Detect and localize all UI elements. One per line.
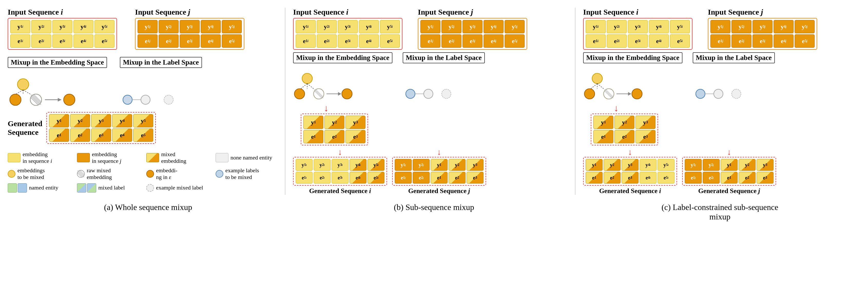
gen-e3: e3: [91, 129, 111, 142]
c-gen-e3: e3: [636, 130, 655, 143]
c-gen-i-y5: y5i: [657, 159, 675, 171]
cell-ei3: e3i: [52, 34, 72, 48]
legend-swatch-mixed: [146, 153, 159, 162]
input-seq-j: Input Sequence j y1j y2j y3j y4j y5j e1j…: [135, 8, 244, 50]
gen-y1: y1: [49, 114, 69, 127]
b-gen-j-col: ↓ y1j y2j y1 y2 y3 e1j e2j e1 e2 e3: [392, 147, 486, 195]
cell-yi4: y4i: [73, 20, 93, 33]
svg-point-14: [64, 94, 75, 105]
svg-point-59: [732, 89, 741, 98]
b-gen-top-y: y1 y2 y3: [303, 115, 366, 129]
b-cell-ei3: e3i: [338, 34, 358, 48]
c-gen-i-e1: e1: [586, 172, 602, 183]
svg-point-56: [696, 89, 705, 98]
b-gen-e1: e1: [303, 130, 323, 143]
c-gen-seq-j-box: y1j y2j y1 y2 y3 e1j e2j e1 e2 e3: [682, 157, 776, 186]
cell-ei2: e2i: [31, 34, 51, 48]
c-cell-ej2: e2j: [732, 34, 751, 48]
b-cell-yi2: y2i: [317, 20, 337, 33]
b-gen-j-e: e1j e2j e1 e2 e3: [395, 172, 484, 183]
legend-text-hatch: raw mixedembedding: [87, 167, 112, 181]
b-input-j-label: Input Sequence j: [418, 8, 527, 16]
b-gen-y1: y1: [303, 115, 323, 129]
panel-b-mixup-row: Mixup in the Embedding Space: [293, 52, 485, 100]
c-gen-y3: y3: [636, 115, 655, 129]
svg-point-0: [18, 79, 29, 90]
panel-c-input-row: Input Sequence i y1i y2i y3i y4i y5i e1i…: [583, 8, 817, 50]
cell-ej3: e3j: [180, 34, 200, 48]
c-gen-j-e2: e2j: [703, 172, 720, 183]
c-cell-ej3: e3j: [752, 34, 773, 48]
mixup-embed-block: Mixup in the Embedding Space: [8, 57, 107, 107]
e-row-j: e1j e2j e3j e4j e5j: [137, 34, 242, 48]
c-cell-ej1: e1j: [710, 34, 731, 48]
b-gen-i-e5: e5i: [368, 172, 384, 183]
b-cell-ei5: e5i: [380, 34, 400, 48]
cell-ei1: e1i: [10, 34, 30, 48]
svg-point-57: [714, 89, 723, 98]
c-cell-yi3: y3i: [628, 20, 648, 33]
b-mixup-label: Mixup in the Label Space: [403, 52, 485, 100]
legend-text-yellow: embeddingin sequence i: [23, 151, 52, 165]
b-seq-box-i: y1i y2i y3i y4i y5i e1i e2i e3i e4i e5i: [293, 18, 402, 50]
gen-y5: y5: [133, 114, 153, 127]
b-cell-ei2: e2i: [317, 34, 337, 48]
b-gen-i-e2: e2i: [314, 172, 331, 183]
c-input-i: Input Sequence i y1i y2i y3i y4i y5i e1i…: [583, 8, 692, 50]
b-gen-j-title: Generated Sequence j: [392, 187, 486, 195]
label-network-svg: [120, 71, 176, 107]
panel-a-mixup-row: Mixup in the Embedding Space: [8, 57, 202, 107]
legend-text-circle-gold: embeddi-ng in ε: [156, 167, 177, 181]
b-gen-j-y: y1j y2j y1 y2 y3: [395, 159, 484, 171]
b-gen-i-y2: y2i: [314, 159, 331, 171]
gen-y3: y3: [91, 114, 111, 127]
b-gen-top: ↓ y1 y2 y3 e1 e2 e3: [293, 103, 368, 145]
b-y-row-i: y1i y2i y3i y4i y5i: [296, 20, 400, 33]
b-gen-i-e1: e1i: [296, 172, 313, 183]
c-gen-j-col: ↓ y1j y2j y1 y2 y3 e1j e2j e1 e2 e3: [682, 147, 776, 195]
mixup-label-block: Mixup in the Label Space: [120, 57, 202, 107]
b-e-row-j: e1j e2j e3j e4j e5j: [421, 34, 525, 48]
input-seq-i: Input Sequence i y1i y2i y3i y4i y5i e1i…: [8, 8, 117, 50]
c-gen-i-e2: e2: [603, 172, 621, 183]
b-cell-ej2: e2j: [441, 34, 461, 48]
legend-yellow: embeddingin sequence i: [8, 151, 69, 165]
b-gen-i-y3: y3i: [332, 159, 348, 171]
legend-text-named: named entity: [29, 185, 58, 191]
c-y-row-i: y1i y2i y3i y4i y5i: [586, 20, 690, 33]
legend-text-circle-blue: example labelsto be mixed: [225, 167, 259, 181]
svg-point-40: [424, 89, 433, 98]
b-gen-y3: y3: [345, 115, 366, 129]
cell-yi5: y5i: [94, 20, 115, 33]
svg-point-16: [141, 95, 150, 104]
c-gen-j-e3: e1: [721, 172, 738, 183]
c-gen-seq-i-box: y1 y2 y3 y4i y5i e1 e2 e3 e4i e5i: [583, 157, 677, 186]
gen-e4: e4: [112, 129, 132, 142]
seq-box-j: y1j y2j y3j y4j y5j e1j e2j e3j e4j e5j: [135, 18, 244, 50]
b-e-row-i: e1i e2i e3i e4i e5i: [296, 34, 400, 48]
b-gen-i-y5: y5i: [368, 159, 384, 171]
svg-point-45: [584, 89, 595, 99]
b-gen-top-box: y1 y2 y3 e1 e2 e3: [301, 113, 368, 145]
svg-point-39: [406, 89, 415, 98]
legend-mixed-label: mixed label: [77, 183, 138, 193]
b-cell-yj3: y3j: [463, 20, 483, 33]
b-cell-ej1: e1j: [421, 34, 440, 48]
caption-c: (c) Label-constrained sub-sequence mixup: [577, 203, 863, 222]
svg-point-55: [632, 89, 642, 99]
b-gen-bottom-row: ↓ y1i y2i y3i y4i y5i e1i e2i e3i e4i: [293, 147, 486, 195]
b-cell-yi3: y3i: [338, 20, 358, 33]
b-cell-yj2: y2j: [441, 20, 461, 33]
c-gen-j-y1: y1j: [685, 159, 702, 171]
svg-marker-54: [628, 92, 631, 96]
svg-point-26: [302, 73, 312, 83]
panel-a: Input Sequence i y1i y2i y3i y4i y5i e1i…: [5, 8, 285, 195]
cell-yj2: y2j: [159, 20, 179, 33]
legend-text-circle-empty: example mixed label: [156, 185, 203, 191]
gen-e-row: e1 e2 e3 e4 e5: [49, 129, 153, 142]
cell-yi1: y1i: [10, 20, 30, 33]
seq-box-i: y1i y2i y3i y4i y5i e1i e2i e3i e4i e5i: [8, 18, 117, 50]
b-cell-yi5: y5i: [380, 20, 400, 33]
c-y-row-j: y1j y2j y3j y4j y5j: [710, 20, 815, 33]
b-gen-i-e: e1i e2i e3i e4i e5i: [296, 172, 384, 183]
